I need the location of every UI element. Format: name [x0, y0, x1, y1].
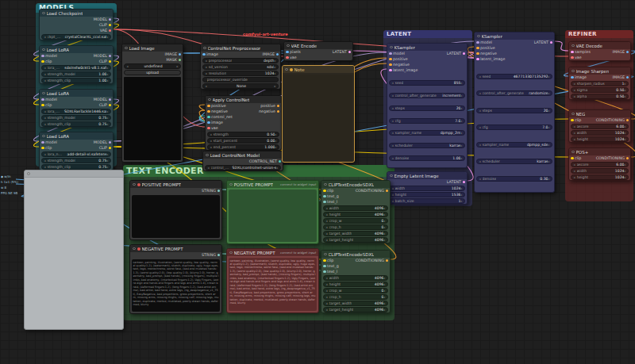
edge-annotation: ◆ w/in — [1, 175, 11, 178]
edge-annotation: w 8 — [1, 186, 6, 190]
edge-annotation: PPG NE 9B — [1, 192, 17, 195]
node-graph-canvas[interactable]: MODELSLATENTREFINERTEXT ENCODER Load Che… — [0, 0, 635, 364]
edge-annotation: h 1x1 (5%) — [1, 181, 18, 184]
overlay-layer: comfyui-art-venture◆ w/inh 1x1 (5%)w 8PP… — [0, 0, 635, 364]
node-source-badge: comfyui-art-venture — [243, 32, 288, 36]
